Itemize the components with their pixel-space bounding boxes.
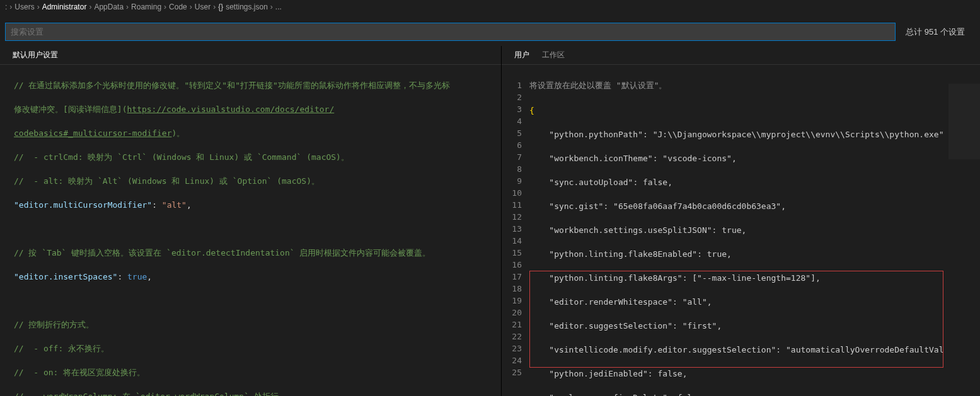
crumb-more[interactable]: ... [275,3,282,11]
split-panels: 默认用户设置 // 在通过鼠标添加多个光标时使用的修改键。"转到定义"和"打开链… [0,46,980,396]
crumb-file[interactable]: settings.json [226,3,268,11]
chevron-right-icon: › [9,3,12,11]
chevron-right-icon: › [89,3,91,11]
chevron-right-icon: › [37,3,40,11]
json-file-icon: {} [218,3,223,11]
crumb-admin[interactable]: Administrator [42,3,87,11]
left-editor[interactable]: // 在通过鼠标添加多个光标时使用的修改键。"转到定义"和"打开链接"功能所需的… [0,65,501,396]
breadcrumb[interactable]: : › Users › Administrator › AppData › Ro… [0,0,980,14]
right-panel-header: 用户 工作区 [502,46,980,65]
line-gutter: 1234567891011121314151617181920212223242… [502,65,529,396]
chevron-right-icon: › [213,3,216,11]
crumb-appdata[interactable]: AppData [94,3,124,11]
default-settings-panel: 默认用户设置 // 在通过鼠标添加多个光标时使用的修改键。"转到定义"和"打开链… [0,46,502,396]
crumb-code[interactable]: Code [169,3,187,11]
settings-search-row: 总计 951 个设置 [5,23,975,41]
override-hint: 将设置放在此处以覆盖 "默认设置"。 [529,79,980,91]
chevron-right-icon: › [164,3,166,11]
settings-count-label: 总计 951 个设置 [896,26,975,38]
crumb-roaming[interactable]: Roaming [131,3,161,11]
left-panel-header: 默认用户设置 [0,46,501,65]
chevron-right-icon: › [190,3,192,11]
user-settings-panel: 用户 工作区 123456789101112131415161718192021… [502,46,980,396]
code-comment: // 在通过鼠标添加多个光标时使用的修改键。"转到定义"和"打开链接"功能所需的… [14,81,450,90]
chevron-right-icon: › [126,3,129,11]
crumb-users[interactable]: Users [14,3,34,11]
tab-workspace[interactable]: 工作区 [536,50,571,60]
crumb-user[interactable]: User [195,3,210,11]
search-input[interactable] [5,23,896,41]
minimap[interactable] [948,84,980,159]
doc-link[interactable]: codebasics#_multicursor-modifier [14,128,171,138]
right-editor[interactable]: 1234567891011121314151617181920212223242… [502,65,980,396]
chevron-right-icon: › [270,3,273,11]
doc-link[interactable]: https://code.visualstudio.com/docs/edito… [127,105,334,114]
tab-user[interactable]: 用户 [508,50,536,60]
default-user-settings-tab[interactable]: 默认用户设置 [6,50,64,60]
crumb-root[interactable]: : [5,3,7,11]
